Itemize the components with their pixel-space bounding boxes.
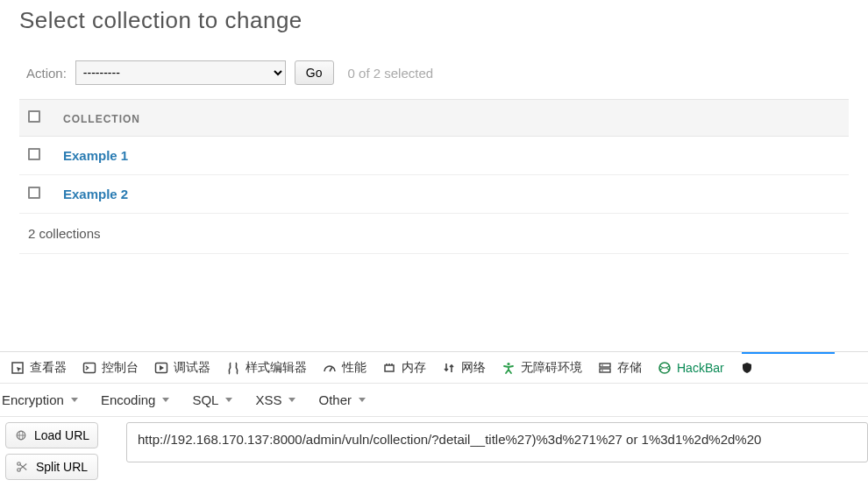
network-icon (442, 361, 456, 375)
tab-label: 调试器 (174, 360, 210, 376)
tab-storage[interactable]: 存储 (593, 356, 647, 379)
tab-console[interactable]: 控制台 (77, 356, 144, 379)
menu-label: Encryption (2, 392, 64, 407)
svg-point-12 (601, 370, 603, 371)
debugger-icon (154, 361, 168, 375)
svg-point-8 (507, 362, 509, 364)
select-all-checkbox[interactable] (28, 110, 40, 123)
performance-icon (323, 361, 337, 375)
style-editor-icon (226, 361, 240, 375)
tab-accessibility[interactable]: 无障碍环境 (496, 356, 587, 379)
svg-point-11 (601, 364, 603, 366)
scissors-icon (15, 460, 29, 474)
row-checkbox[interactable] (28, 187, 40, 199)
menu-xss[interactable]: XSS (255, 392, 295, 407)
url-area: http://192.168.170.137:8000/admin/vuln/c… (103, 417, 868, 487)
tab-performance[interactable]: 性能 (317, 356, 372, 379)
globe-reload-icon (15, 428, 27, 442)
tab-memory[interactable]: 内存 (377, 356, 431, 379)
column-header-collection[interactable]: COLLECTION (54, 100, 849, 137)
table-row: Example 2 (19, 175, 849, 214)
caret-down-icon (359, 398, 366, 402)
actions-bar: Action: --------- Go 0 of 2 selected (19, 60, 849, 85)
tab-network[interactable]: 网络 (437, 356, 491, 379)
tab-label: 控制台 (102, 360, 139, 376)
caret-down-icon (288, 398, 295, 402)
hackbar-body: Load URL Split URL http://192.168.170.13… (0, 417, 868, 487)
tab-more[interactable] (735, 357, 759, 378)
result-count: 2 collections (19, 214, 849, 254)
table-header-row: COLLECTION (19, 100, 849, 137)
caret-down-icon (162, 398, 169, 402)
shield-icon (740, 361, 754, 375)
memory-icon (382, 361, 396, 375)
storage-icon (598, 361, 612, 375)
menu-label: Encoding (101, 392, 156, 407)
menu-other[interactable]: Other (318, 392, 366, 407)
tab-inspector[interactable]: 查看器 (5, 356, 72, 379)
menu-label: Other (318, 392, 352, 407)
tab-label: 内存 (402, 360, 426, 376)
hackbar-toolbar: Encryption Encoding SQL XSS Other (0, 384, 868, 417)
devtools-tabs: 查看器 控制台 调试器 样式编辑器 (0, 352, 868, 384)
row-link[interactable]: Example 2 (63, 187, 128, 201)
inspector-icon (11, 361, 25, 375)
tab-label: 无障碍环境 (521, 360, 582, 376)
tab-styleeditor[interactable]: 样式编辑器 (221, 356, 312, 379)
row-checkbox[interactable] (28, 148, 40, 160)
menu-label: XSS (255, 392, 281, 407)
tab-hackbar[interactable]: HackBar (652, 357, 729, 378)
tab-label: HackBar (677, 361, 724, 375)
tab-label: 存储 (617, 360, 642, 376)
hackbar-icon (658, 361, 672, 375)
change-list-table: COLLECTION Example 1 Example 2 (19, 99, 849, 214)
devtools-tabs-wrap: 查看器 控制台 调试器 样式编辑器 (0, 352, 868, 384)
menu-sql[interactable]: SQL (192, 392, 232, 407)
svg-line-3 (330, 367, 332, 371)
menu-encoding[interactable]: Encoding (101, 392, 170, 407)
column-header-label: COLLECTION (63, 113, 140, 125)
devtools: 查看器 控制台 调试器 样式编辑器 (0, 351, 868, 487)
selected-count: 0 of 2 selected (348, 66, 434, 81)
menu-label: SQL (192, 392, 218, 407)
tab-debugger[interactable]: 调试器 (149, 356, 216, 379)
svg-rect-10 (600, 369, 610, 372)
console-icon (82, 361, 96, 375)
hackbar-side-buttons: Load URL Split URL (0, 417, 103, 487)
go-button[interactable]: Go (295, 60, 334, 85)
load-url-button[interactable]: Load URL (5, 422, 98, 448)
tab-label: 查看器 (30, 360, 67, 376)
accessibility-icon (502, 361, 516, 375)
button-label: Split URL (36, 460, 88, 474)
caret-down-icon (71, 398, 78, 402)
action-select[interactable]: --------- (75, 60, 286, 85)
action-label: Action: (26, 66, 67, 81)
caret-down-icon (225, 398, 232, 402)
svg-line-20 (20, 464, 26, 469)
menu-encryption[interactable]: Encryption (2, 392, 78, 407)
svg-line-19 (20, 464, 26, 469)
active-tab-indicator (742, 352, 835, 354)
table-row: Example 1 (19, 137, 849, 175)
tab-label: 性能 (342, 360, 366, 376)
tab-label: 网络 (461, 360, 486, 376)
tab-label: 样式编辑器 (245, 360, 307, 376)
page-title: Select collection to change (19, 7, 849, 34)
row-link[interactable]: Example 1 (63, 148, 128, 163)
url-input[interactable]: http://192.168.170.137:8000/admin/vuln/c… (126, 422, 868, 462)
svg-rect-4 (385, 365, 394, 371)
svg-rect-1 (84, 363, 96, 372)
select-all-cell (19, 100, 54, 137)
split-url-button[interactable]: Split URL (5, 454, 98, 480)
svg-rect-9 (600, 363, 610, 367)
button-label: Load URL (34, 428, 89, 442)
admin-change-list: Select collection to change Action: ----… (0, 0, 868, 254)
